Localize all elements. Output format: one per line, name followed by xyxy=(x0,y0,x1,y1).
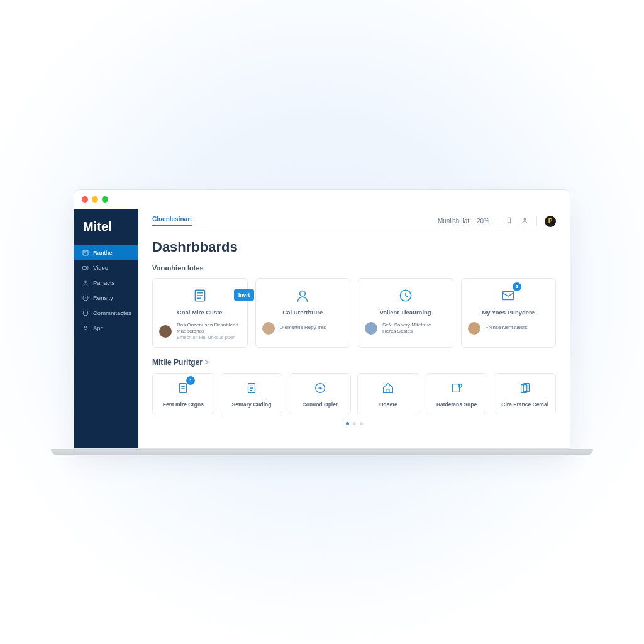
laptop-frame: Mitel Ranthe Video Panacts xyxy=(74,189,570,455)
sidebar-item-label: Video xyxy=(93,264,108,271)
history-icon xyxy=(82,294,89,302)
video-icon xyxy=(82,264,89,272)
card-meta: Sefd Sanery Mitettrue Heres Sestes xyxy=(382,322,431,335)
card-3[interactable]: 3 My Yoes Punydere Frense Nent Nesrs xyxy=(461,278,557,348)
brand-logo: Mitel xyxy=(74,209,138,245)
note-minus-icon xyxy=(448,380,465,396)
tile-label: Cira France Cemal xyxy=(501,401,548,408)
tile-2[interactable]: Conuod Opiet xyxy=(289,373,351,414)
communicator-icon xyxy=(82,309,89,317)
maximize-window-icon[interactable] xyxy=(102,196,108,203)
page-icon xyxy=(243,380,260,396)
badge-count: 3 xyxy=(513,282,521,291)
status-text: Munlish liat xyxy=(438,218,469,225)
notification-icon[interactable] xyxy=(505,216,513,226)
dot[interactable] xyxy=(360,422,363,425)
app-icon xyxy=(82,325,89,332)
tile-label: Setnary Cuding xyxy=(232,401,272,408)
tile-5[interactable]: Cira France Cemal xyxy=(494,373,556,414)
close-window-icon[interactable] xyxy=(82,196,88,203)
card-title: Vallent Tleaurning xyxy=(380,309,431,316)
card-1[interactable]: Cal Urertbture Olemertne Repy Iras xyxy=(255,278,351,348)
section2-label[interactable]: Mitile Puritger > xyxy=(152,358,556,367)
sidebar-nav: Ranthe Video Panacts Rensity xyxy=(74,245,138,336)
chevron-right-icon: > xyxy=(204,358,209,367)
tile-label: Ratdetans Supe xyxy=(436,401,477,408)
clock-icon xyxy=(396,286,415,305)
invite-chip[interactable]: Invrt xyxy=(234,289,254,301)
active-tab[interactable]: Cluenlesinart xyxy=(152,216,192,226)
sidebar-item-label: Commnitactes xyxy=(93,309,131,316)
sidebar-item-2[interactable]: Panacts xyxy=(74,275,138,291)
contacts-icon xyxy=(82,279,89,287)
tile-label: Oqsete xyxy=(379,401,397,408)
user-avatar xyxy=(159,325,172,338)
topbar-right: Munlish liat 20% P xyxy=(438,216,556,227)
sidebar-item-label: Ranthe xyxy=(93,249,113,256)
card-title: My Yoes Punydere xyxy=(482,309,535,316)
files-icon xyxy=(517,380,533,396)
section1-label: Voranhien lotes xyxy=(152,264,556,272)
divider xyxy=(536,216,537,226)
sidebar-item-5[interactable]: Apr xyxy=(74,321,138,336)
sidebar-item-0[interactable]: Ranthe xyxy=(74,245,138,260)
badge-count: 1 xyxy=(186,376,195,385)
card-meta: Ras Oncenusen Desnhiend Madoetanos Smech… xyxy=(177,322,238,341)
topbar: Cluenlesinart Munlish liat 20% P xyxy=(152,209,556,231)
dashboard-icon xyxy=(82,249,89,257)
laptop-base xyxy=(51,449,593,455)
tile-3[interactable]: Oqsete xyxy=(357,373,419,414)
tile-4[interactable]: Ratdetans Supe xyxy=(426,373,488,414)
card-2[interactable]: Vallent Tleaurning Sefd Sanery Mitettrue… xyxy=(358,278,453,348)
tile-row: 1 Fent Inire Crgns Setnary Cuding Conuod… xyxy=(152,373,556,414)
svg-rect-9 xyxy=(503,291,514,299)
document-icon: 1 xyxy=(175,380,191,396)
user-avatar xyxy=(468,322,480,335)
divider xyxy=(497,216,497,226)
card-meta: Olemertne Repy Iras xyxy=(280,325,326,331)
home-icon xyxy=(380,380,396,396)
circle-arrow-icon xyxy=(312,380,328,396)
svg-rect-10 xyxy=(180,384,187,393)
user-icon[interactable] xyxy=(521,216,529,226)
carousel-dots[interactable] xyxy=(152,422,556,425)
user-avatar xyxy=(365,322,377,335)
tile-label: Fent Inire Crgns xyxy=(163,401,204,408)
card-meta: Frense Nent Nesrs xyxy=(486,325,528,331)
card-0[interactable]: Cnal Mire Custe Ras Oncenusen Desnhiend … xyxy=(152,278,248,348)
sidebar-item-label: Panacts xyxy=(93,279,114,286)
card-title: Cnal Mire Custe xyxy=(177,309,223,316)
sidebar-item-3[interactable]: Rensity xyxy=(74,291,138,306)
dot-active[interactable] xyxy=(346,422,349,425)
section2-text: Mitile Puritger xyxy=(152,358,203,367)
sidebar-item-label: Apr xyxy=(93,325,103,331)
card-list-icon xyxy=(191,286,209,305)
minimize-window-icon[interactable] xyxy=(92,196,98,203)
window-controls xyxy=(74,190,570,209)
sidebar: Mitel Ranthe Video Panacts xyxy=(74,209,138,448)
page-title: Dashrbbards xyxy=(152,239,556,255)
svg-rect-1 xyxy=(83,266,87,269)
sidebar-item-label: Rensity xyxy=(93,294,113,301)
card-title: Cal Urertbture xyxy=(282,309,323,316)
tile-0[interactable]: 1 Fent Inire Crgns xyxy=(152,373,214,414)
sidebar-item-1[interactable]: Video xyxy=(74,260,138,275)
sidebar-item-4[interactable]: Commnitactes xyxy=(74,306,138,321)
dot[interactable] xyxy=(353,422,356,425)
svg-point-5 xyxy=(524,218,526,220)
topbar-time: 20% xyxy=(477,218,489,225)
card-row: Invrt Cnal Mire Custe Ras Oncenusen Desn… xyxy=(152,278,556,348)
user-avatar xyxy=(262,322,275,335)
svg-point-2 xyxy=(85,281,87,283)
app-shell: Mitel Ranthe Video Panacts xyxy=(74,209,570,448)
tile-label: Conuod Opiet xyxy=(303,401,338,408)
screen: Mitel Ranthe Video Panacts xyxy=(74,189,570,449)
svg-point-4 xyxy=(85,326,87,328)
profile-avatar[interactable]: P xyxy=(545,216,556,227)
main-content: Cluenlesinart Munlish liat 20% P Dashrbb… xyxy=(138,209,570,448)
person-icon xyxy=(293,286,312,305)
tile-1[interactable]: Setnary Cuding xyxy=(221,373,283,414)
mail-icon: 3 xyxy=(499,286,518,305)
svg-point-7 xyxy=(300,291,306,296)
